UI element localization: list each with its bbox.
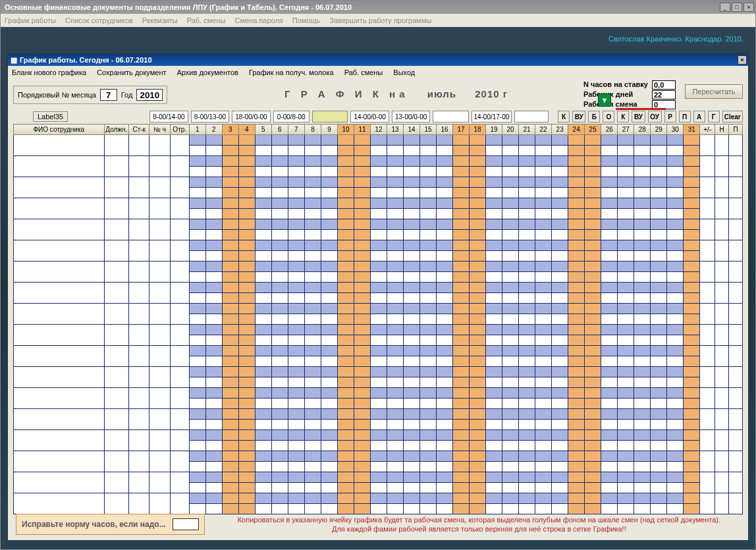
- shift-cell[interactable]: 14-00/17-00: [472, 111, 511, 123]
- table-row[interactable]: [14, 283, 743, 293]
- inner-menu-item[interactable]: Сохранить документ: [97, 69, 166, 76]
- column-header[interactable]: 11: [354, 124, 370, 135]
- column-header[interactable]: +/-: [700, 124, 715, 135]
- column-header[interactable]: 28: [634, 124, 651, 135]
- outer-menu-item[interactable]: Завершить работу программы: [329, 16, 431, 24]
- maximize-icon[interactable]: □: [732, 3, 742, 12]
- inner-menu-item[interactable]: Выход: [393, 69, 415, 76]
- table-row[interactable]: [14, 304, 743, 314]
- column-header[interactable]: 13: [387, 124, 403, 135]
- column-header[interactable]: 4: [238, 124, 255, 135]
- column-header[interactable]: 25: [585, 124, 601, 135]
- inner-close-icon[interactable]: ×: [738, 55, 747, 65]
- table-row[interactable]: [14, 388, 743, 399]
- table-row[interactable]: [14, 219, 743, 230]
- column-header[interactable]: 19: [486, 124, 502, 135]
- minimize-icon[interactable]: _: [720, 3, 730, 12]
- table-row[interactable]: [14, 135, 743, 146]
- shift-cell[interactable]: 14-00/0-00: [350, 111, 389, 123]
- code-button[interactable]: Б: [588, 111, 600, 123]
- outer-menu-item[interactable]: Помощь: [292, 16, 321, 24]
- column-header[interactable]: 5: [255, 124, 271, 135]
- table-row[interactable]: [14, 367, 743, 377]
- column-header[interactable]: 21: [519, 124, 535, 135]
- column-header[interactable]: 10: [337, 124, 354, 135]
- inner-menu-item[interactable]: Архив документов: [177, 69, 238, 76]
- code-button[interactable]: Р: [664, 111, 676, 123]
- code-button[interactable]: О: [603, 111, 614, 123]
- month-input[interactable]: [100, 89, 117, 101]
- column-header[interactable]: 9: [321, 124, 337, 135]
- column-header[interactable]: 23: [552, 124, 568, 135]
- code-button[interactable]: П: [679, 111, 691, 123]
- inner-menu-item[interactable]: Бланк нового графика: [12, 69, 86, 76]
- column-header[interactable]: Отр.: [170, 124, 189, 135]
- code-button[interactable]: Clear: [722, 111, 743, 123]
- column-header[interactable]: 20: [502, 124, 519, 135]
- fix-hours-input[interactable]: [173, 518, 199, 530]
- column-header[interactable]: 14: [404, 124, 420, 135]
- column-header[interactable]: 2: [205, 124, 222, 135]
- column-header[interactable]: 6: [271, 124, 288, 135]
- table-row[interactable]: [14, 451, 743, 462]
- column-header[interactable]: 29: [651, 124, 667, 135]
- shift-cell[interactable]: 8-00/13-00: [191, 111, 230, 123]
- table-row[interactable]: [14, 493, 743, 504]
- shift-cell[interactable]: 8-00/14-00: [149, 111, 188, 123]
- close-icon[interactable]: ×: [743, 3, 754, 12]
- column-header[interactable]: 31: [684, 124, 700, 135]
- table-row[interactable]: [14, 430, 743, 441]
- code-button[interactable]: А: [693, 111, 705, 123]
- column-header[interactable]: 22: [535, 124, 552, 135]
- arrow-down-icon[interactable]: ▼: [598, 94, 611, 107]
- code-button[interactable]: ВУ: [632, 111, 645, 123]
- column-header[interactable]: 3: [222, 124, 238, 135]
- shift-cell[interactable]: 13-00/0-00: [392, 111, 431, 123]
- shift-cell[interactable]: 0-00/8-00: [273, 111, 310, 123]
- column-header[interactable]: № ч: [149, 124, 170, 135]
- column-header[interactable]: Должн.: [104, 124, 129, 135]
- column-header[interactable]: 7: [288, 124, 304, 135]
- year-input[interactable]: [136, 89, 163, 101]
- column-header[interactable]: П: [729, 124, 743, 135]
- inner-menu-item[interactable]: График на получ. молока: [249, 69, 334, 76]
- table-row[interactable]: [14, 198, 743, 209]
- table-row[interactable]: [14, 177, 743, 188]
- outer-menu-item[interactable]: Реквизиты: [142, 16, 178, 24]
- outer-menu-item[interactable]: Раб. смены: [187, 16, 226, 24]
- shift-cell[interactable]: [433, 111, 469, 123]
- schedule-grid[interactable]: ФИО сотрудникаДолжн.Ст-к№ чОтр.123456789…: [13, 124, 743, 514]
- column-header[interactable]: 15: [420, 124, 437, 135]
- outer-menu-item[interactable]: Смена пароля: [234, 16, 283, 24]
- code-button[interactable]: ВУ: [572, 111, 585, 123]
- code-button[interactable]: Г: [708, 111, 720, 123]
- column-header[interactable]: 27: [618, 124, 634, 135]
- shift-cell[interactable]: 18-00/0-00: [232, 111, 271, 123]
- table-row[interactable]: [14, 325, 743, 335]
- column-header[interactable]: 24: [568, 124, 585, 135]
- code-button[interactable]: К: [617, 111, 629, 123]
- column-header[interactable]: ФИО сотрудника: [14, 124, 105, 135]
- column-header[interactable]: Н: [715, 124, 729, 135]
- table-row[interactable]: [14, 240, 743, 251]
- column-header[interactable]: 26: [601, 124, 618, 135]
- column-header[interactable]: 1: [189, 124, 205, 135]
- shift-cell[interactable]: [514, 111, 549, 123]
- shift-cell[interactable]: [312, 111, 348, 123]
- table-row[interactable]: [14, 261, 743, 272]
- table-row[interactable]: [14, 409, 743, 420]
- recalc-button[interactable]: Пересчитать: [685, 84, 743, 99]
- column-header[interactable]: 12: [370, 124, 387, 135]
- inner-menu-item[interactable]: Раб. смены: [344, 69, 383, 76]
- code-button[interactable]: К: [558, 111, 570, 123]
- column-header[interactable]: 18: [470, 124, 486, 135]
- table-row[interactable]: [14, 156, 743, 167]
- column-header[interactable]: 17: [453, 124, 470, 135]
- code-button[interactable]: ОУ: [648, 111, 662, 123]
- column-header[interactable]: 30: [667, 124, 684, 135]
- table-row[interactable]: [14, 472, 743, 483]
- column-header[interactable]: Ст-к: [129, 124, 149, 135]
- table-row[interactable]: [14, 346, 743, 356]
- column-header[interactable]: 16: [437, 124, 453, 135]
- outer-menu-item[interactable]: Список сотрудников: [65, 16, 133, 24]
